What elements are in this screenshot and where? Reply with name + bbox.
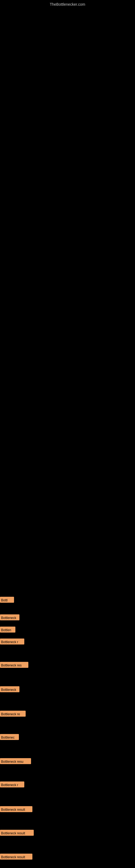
bottleneck-result-item: Bottleneck xyxy=(0,614,19,620)
bottleneck-result-item: Bottleneck result xyxy=(0,806,32,812)
bottleneck-result-item: Bottleneck result xyxy=(0,830,34,836)
bottleneck-result-item: Bottleneck r xyxy=(0,781,24,787)
bottleneck-result-item: Bottleneck r xyxy=(0,639,24,645)
bottleneck-result-item: Bottl xyxy=(0,597,14,603)
bottleneck-result-item: Bottlenec xyxy=(0,734,19,740)
bottleneck-result-item: Bottleneck res xyxy=(0,662,28,668)
site-title: TheBottlenecker.com xyxy=(50,2,85,6)
bottleneck-result-item: Bottleneck resu xyxy=(0,758,31,764)
bottleneck-result-item: Bottleneck re xyxy=(0,711,26,717)
bottleneck-result-item: Bottleneck result xyxy=(0,854,32,860)
bottleneck-result-item: Bottlen xyxy=(0,627,15,632)
bottleneck-result-item: Bottleneck xyxy=(0,686,19,692)
